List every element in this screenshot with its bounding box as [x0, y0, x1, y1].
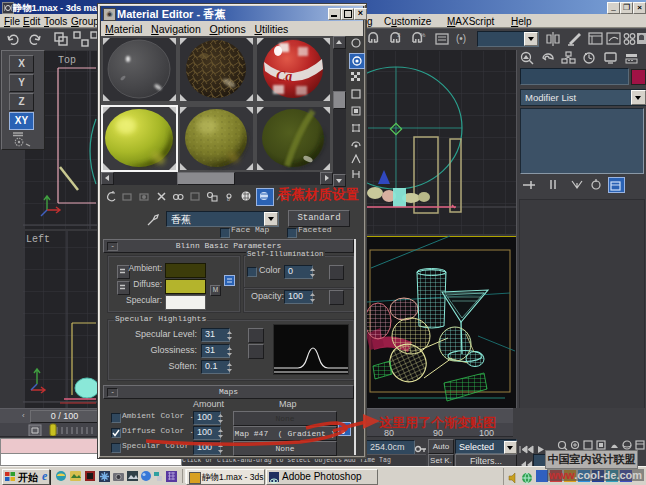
svg-text:3: 3: [397, 32, 401, 38]
svg-text:Left: Left: [26, 234, 50, 245]
svg-text:o: o: [227, 196, 230, 202]
svg-text:Ca: Ca: [276, 69, 292, 84]
svg-text:e: e: [42, 470, 48, 483]
svg-text:%: %: [420, 32, 426, 38]
svg-text:Top: Top: [58, 55, 76, 66]
